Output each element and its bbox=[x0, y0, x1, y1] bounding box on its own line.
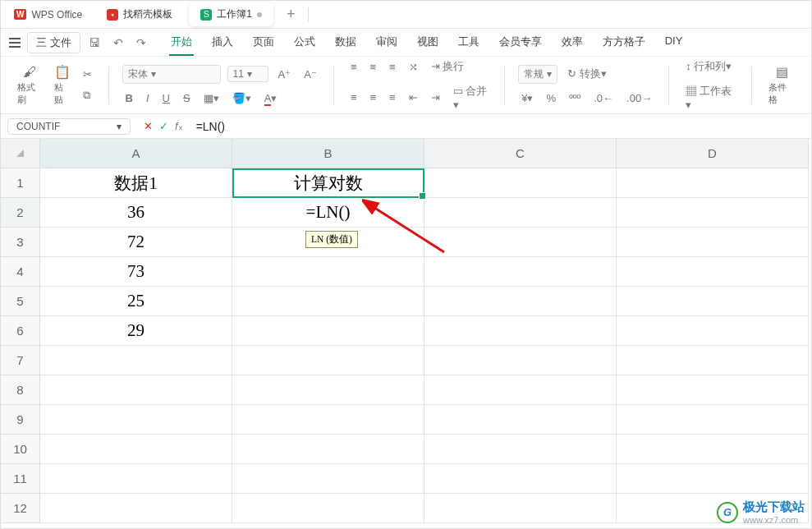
cell-B11[interactable] bbox=[232, 464, 424, 494]
increase-decimal-icon[interactable]: .00→ bbox=[623, 90, 655, 106]
cell-A8[interactable] bbox=[40, 375, 232, 405]
cell-C11[interactable] bbox=[424, 464, 617, 494]
cell-A2[interactable]: 36 bbox=[40, 198, 232, 228]
cell-C1[interactable] bbox=[424, 168, 617, 198]
cell-A11[interactable] bbox=[40, 464, 232, 494]
tab-workbook[interactable]: S 工作簿1 bbox=[189, 2, 273, 26]
worksheet-button[interactable]: ▦ 工作表▾ bbox=[682, 82, 738, 113]
cell-B7[interactable] bbox=[232, 346, 424, 375]
cell-D1[interactable] bbox=[617, 168, 809, 198]
tab-formula[interactable]: 公式 bbox=[292, 30, 317, 56]
convert-button[interactable]: ↻ 转换▾ bbox=[564, 65, 610, 83]
cell-B10[interactable] bbox=[232, 435, 424, 464]
cell-A10[interactable] bbox=[40, 435, 232, 464]
cell-D8[interactable] bbox=[617, 375, 809, 405]
name-box[interactable]: COUNTIF ▾ bbox=[7, 118, 131, 135]
cell-C10[interactable] bbox=[424, 435, 617, 464]
fill-color-icon[interactable]: 🪣▾ bbox=[229, 90, 255, 106]
row-header[interactable]: 4 bbox=[1, 257, 40, 287]
increase-font-icon[interactable]: A⁺ bbox=[275, 67, 295, 82]
cell-B9[interactable] bbox=[232, 405, 424, 435]
tab-page[interactable]: 页面 bbox=[251, 30, 276, 56]
bold-icon[interactable]: B bbox=[122, 90, 136, 106]
fx-icon[interactable]: fₓ bbox=[175, 120, 183, 132]
row-header[interactable]: 2 bbox=[1, 198, 40, 228]
percent-icon[interactable]: % bbox=[543, 90, 559, 106]
cell-B5[interactable] bbox=[232, 287, 424, 316]
cell-C4[interactable] bbox=[424, 257, 617, 287]
row-header[interactable]: 12 bbox=[1, 494, 40, 523]
undo-icon[interactable]: ↶ bbox=[108, 34, 128, 52]
conditional-format-button[interactable]: ▤条件格 bbox=[765, 62, 798, 108]
cell-C3[interactable] bbox=[424, 228, 617, 257]
cell-D3[interactable] bbox=[617, 228, 809, 257]
cell-A12[interactable] bbox=[40, 494, 232, 523]
row-header[interactable]: 11 bbox=[1, 464, 40, 494]
cell-B1[interactable]: 计算对数 bbox=[232, 168, 424, 198]
cell-A6[interactable]: 29 bbox=[40, 316, 232, 346]
cell-C8[interactable] bbox=[424, 375, 617, 405]
underline-icon[interactable]: U bbox=[159, 90, 173, 106]
cell-A4[interactable]: 73 bbox=[40, 257, 232, 287]
align-right-icon[interactable]: ≡ bbox=[386, 90, 399, 105]
indent-decrease-icon[interactable]: ⇤ bbox=[406, 90, 421, 105]
row-header[interactable]: 7 bbox=[1, 346, 40, 375]
align-center-icon[interactable]: ≡ bbox=[366, 90, 379, 105]
align-bottom-icon[interactable]: ≡ bbox=[386, 59, 399, 75]
cell-D7[interactable] bbox=[617, 346, 809, 375]
formula-input[interactable]: =LN() bbox=[190, 118, 811, 135]
cell-C7[interactable] bbox=[424, 346, 617, 375]
decrease-decimal-icon[interactable]: .0← bbox=[590, 90, 617, 106]
cut-icon[interactable]: ✂ bbox=[80, 67, 95, 82]
cell-C6[interactable] bbox=[424, 316, 617, 346]
currency-icon[interactable]: ¥▾ bbox=[518, 90, 536, 106]
row-header[interactable]: 1 bbox=[1, 168, 40, 198]
cell-C2[interactable] bbox=[424, 198, 617, 228]
align-top-icon[interactable]: ≡ bbox=[347, 59, 360, 75]
tab-insert[interactable]: 插入 bbox=[210, 30, 235, 56]
col-header-D[interactable]: D bbox=[617, 139, 809, 168]
row-header[interactable]: 8 bbox=[1, 375, 40, 405]
comma-icon[interactable]: ººº bbox=[566, 90, 584, 106]
italic-icon[interactable]: I bbox=[143, 90, 153, 106]
font-color-icon[interactable]: A▾ bbox=[261, 90, 281, 106]
cell-D6[interactable] bbox=[617, 316, 809, 346]
align-middle-icon[interactable]: ≡ bbox=[366, 59, 379, 75]
new-tab-button[interactable]: + bbox=[278, 6, 304, 23]
cell-D5[interactable] bbox=[617, 287, 809, 316]
cell-C12[interactable] bbox=[424, 494, 617, 523]
border-icon[interactable]: ▦▾ bbox=[200, 90, 222, 106]
col-header-C[interactable]: C bbox=[424, 139, 617, 168]
file-menu[interactable]: 三 文件 bbox=[27, 32, 80, 53]
grid[interactable]: A B C D 1 数据1 计算对数 2 36 =LN() 3 72 4 73 … bbox=[1, 139, 811, 523]
number-format-select[interactable]: 常规▾ bbox=[518, 65, 557, 84]
merge-cells-button[interactable]: ▭ 合并▾ bbox=[450, 82, 492, 113]
tab-data[interactable]: 数据 bbox=[333, 30, 358, 56]
strike-icon[interactable]: S bbox=[180, 90, 194, 106]
tab-tools[interactable]: 工具 bbox=[456, 30, 481, 56]
cell-B4[interactable] bbox=[232, 257, 424, 287]
cell-D10[interactable] bbox=[617, 435, 809, 464]
tab-ffgz[interactable]: 方方格子 bbox=[601, 30, 647, 56]
tab-templates[interactable]: ⭑ 找稻壳模板 bbox=[95, 2, 184, 26]
accept-icon[interactable]: ✓ bbox=[159, 120, 168, 132]
cell-A1[interactable]: 数据1 bbox=[40, 168, 232, 198]
format-painter-button[interactable]: 🖌格式刷 bbox=[14, 63, 46, 108]
cell-D2[interactable] bbox=[617, 198, 809, 228]
tab-review[interactable]: 审阅 bbox=[374, 30, 399, 56]
cell-A5[interactable]: 25 bbox=[40, 287, 232, 316]
cell-D4[interactable] bbox=[617, 257, 809, 287]
row-header[interactable]: 9 bbox=[1, 405, 40, 435]
align-left-icon[interactable]: ≡ bbox=[347, 90, 360, 105]
cell-B6[interactable] bbox=[232, 316, 424, 346]
copy-icon[interactable]: ⧉ bbox=[80, 87, 95, 104]
row-col-button[interactable]: ↕ 行和列▾ bbox=[682, 58, 738, 76]
redo-icon[interactable]: ↷ bbox=[131, 34, 151, 52]
decrease-font-icon[interactable]: A⁻ bbox=[300, 67, 320, 82]
indent-increase-icon[interactable]: ⇥ bbox=[428, 90, 443, 105]
row-header[interactable]: 6 bbox=[1, 316, 40, 346]
cell-B2-active[interactable]: =LN() bbox=[232, 198, 424, 228]
tab-diy[interactable]: DIY bbox=[663, 30, 685, 56]
cell-A7[interactable] bbox=[40, 346, 232, 375]
wrap-text-button[interactable]: ⇥ 换行 bbox=[428, 58, 468, 76]
